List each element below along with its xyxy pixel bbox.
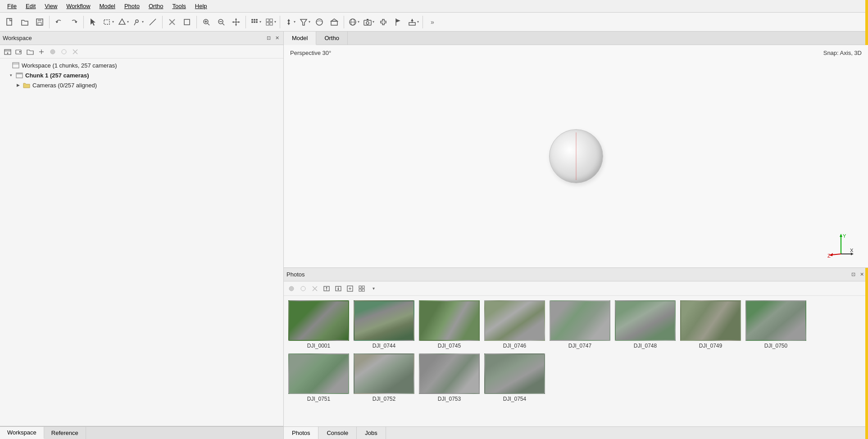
photo-item-dji0001[interactable]: DJI_0001 — [288, 300, 349, 349]
photo-item-dji0747[interactable]: DJI_0747 — [550, 300, 610, 349]
svg-marker-24 — [235, 24, 237, 26]
chunk-expander[interactable]: ▾ — [7, 72, 14, 79]
photo-item-dji0746[interactable]: DJI_0746 — [484, 300, 545, 349]
menu-photo[interactable]: Photo — [121, 2, 143, 10]
redo-button[interactable] — [67, 15, 81, 29]
workspace-tab[interactable]: Workspace — [0, 427, 44, 439]
tab-console[interactable]: Console — [318, 427, 357, 439]
undo-button[interactable] — [52, 15, 66, 29]
svg-point-32 — [256, 21, 258, 23]
crop-tool[interactable] — [180, 15, 194, 29]
points-button[interactable]: ▾ — [248, 15, 263, 29]
photo-item-dji0748[interactable]: DJI_0748 — [615, 300, 676, 349]
photo-item-dji0749[interactable]: DJI_0749 — [680, 300, 741, 349]
svg-rect-0 — [7, 18, 12, 25]
photo-item-dji0745[interactable]: DJI_0745 — [419, 300, 480, 349]
svg-line-19 — [223, 23, 224, 25]
svg-rect-91 — [359, 286, 361, 288]
menu-file[interactable]: File — [4, 2, 20, 10]
move-button[interactable]: ▾ — [282, 15, 297, 29]
delete-tool[interactable] — [165, 15, 179, 29]
root-label: Workspace (1 chunks, 257 cameras) — [22, 62, 117, 69]
cameras-expander[interactable]: ▶ — [14, 81, 22, 89]
menu-help[interactable]: Help — [191, 2, 211, 10]
photo-item-dji0753[interactable]: DJI_0753 — [419, 353, 480, 402]
reference-tab[interactable]: Reference — [44, 427, 86, 439]
open-button[interactable] — [18, 15, 32, 29]
rotate3d-button[interactable] — [312, 15, 327, 29]
export-button[interactable]: ▾ — [406, 15, 420, 29]
close-workspace-button[interactable]: ✕ — [273, 35, 281, 42]
svg-rect-92 — [362, 286, 364, 288]
workspace-panel: Workspace ⊡ ✕ — [0, 32, 283, 426]
mesh-button[interactable]: ▾ — [263, 15, 277, 29]
maximize-workspace-button[interactable]: ⊡ — [265, 35, 272, 42]
select-tool[interactable] — [86, 15, 100, 29]
more-button[interactable]: » — [425, 15, 440, 29]
maximize-photos-button[interactable]: ⊡ — [850, 271, 857, 278]
menu-view[interactable]: View — [41, 2, 61, 10]
photos-panel: Photos ⊡ ✕ — [284, 268, 868, 439]
photo-item-dji0754[interactable]: DJI_0754 — [484, 353, 545, 402]
add-folder-button[interactable] — [25, 47, 35, 57]
import-cameras-button[interactable] — [14, 47, 24, 57]
tab-model[interactable]: Model — [284, 32, 316, 45]
close-photos-button[interactable]: ✕ — [858, 271, 865, 278]
add-marker-button[interactable] — [36, 47, 46, 57]
locate-photo-btn[interactable] — [345, 284, 355, 294]
svg-point-61 — [50, 50, 55, 54]
svg-text:Y: Y — [843, 233, 846, 239]
camera-view-button[interactable]: ▾ — [361, 15, 376, 29]
menu-tools[interactable]: Tools — [168, 2, 189, 10]
new-button[interactable] — [3, 15, 17, 29]
tab-jobs[interactable]: Jobs — [357, 427, 386, 439]
export-photos-btn[interactable] — [333, 284, 343, 294]
main-layout: Workspace ⊡ ✕ — [0, 32, 868, 439]
photo-item-dji0744[interactable]: DJI_0744 — [354, 300, 414, 349]
pan-button[interactable] — [229, 15, 243, 29]
photo-disable-btn — [298, 284, 308, 294]
menu-bar: File Edit View Workflow Model Photo Orth… — [0, 0, 868, 13]
add-chunk-button[interactable] — [3, 47, 13, 57]
photo-display-btn[interactable] — [357, 284, 367, 294]
photo-item-dji0751[interactable]: DJI_0751 — [288, 353, 349, 402]
ruler-tool[interactable] — [145, 15, 160, 29]
filter-button[interactable]: ▾ — [297, 15, 312, 29]
crosshair-button[interactable] — [376, 15, 391, 29]
menu-ortho[interactable]: Ortho — [145, 2, 167, 10]
svg-marker-41 — [331, 19, 337, 21]
save-button[interactable] — [32, 15, 47, 29]
photo-item-dji0750[interactable]: DJI_0750 — [745, 300, 806, 349]
photo-remove-btn — [310, 284, 320, 294]
svg-rect-65 — [13, 63, 19, 68]
tab-ortho[interactable]: Ortho — [316, 32, 348, 45]
svg-text:Z: Z — [827, 253, 831, 258]
tab-photos[interactable]: Photos — [284, 427, 318, 439]
svg-point-78 — [289, 286, 294, 291]
svg-marker-50 — [396, 19, 400, 23]
flag-button[interactable] — [391, 15, 405, 29]
cameras-item[interactable]: ▶ Cameras (0/257 aligned) — [0, 80, 283, 90]
svg-marker-23 — [235, 18, 237, 20]
view3d-button[interactable] — [327, 15, 341, 29]
menu-workflow[interactable]: Workflow — [63, 2, 94, 10]
left-bottom-tabs: Workspace Reference — [0, 426, 283, 439]
import-photos-btn[interactable] — [322, 284, 332, 294]
svg-marker-25 — [232, 21, 234, 23]
photo-item-dji0752[interactable]: DJI_0752 — [354, 353, 414, 402]
select-rect-tool[interactable]: ▾ — [101, 15, 115, 29]
menu-edit[interactable]: Edit — [22, 2, 39, 10]
viewport-3d[interactable]: Perspective 30° Snap: Axis, 3D Y Z — [284, 45, 868, 268]
zoom-out-button[interactable] — [214, 15, 228, 29]
shape-tool[interactable]: ▾ — [116, 15, 130, 29]
photo-view-dropdown-btn[interactable]: ▾ — [368, 284, 378, 294]
chunk-item[interactable]: ▾ Chunk 1 (257 cameras) — [0, 70, 283, 80]
svg-marker-6 — [119, 19, 125, 24]
globe-button[interactable]: ▾ — [346, 15, 361, 29]
photo-label-dji0001: DJI_0001 — [307, 343, 330, 349]
tree-root-item[interactable]: Workspace (1 chunks, 257 cameras) — [0, 60, 283, 70]
svg-rect-36 — [270, 23, 273, 25]
zoom-in-button[interactable] — [199, 15, 214, 29]
menu-model[interactable]: Model — [96, 2, 119, 10]
marker-tool[interactable]: ▾ — [131, 15, 145, 29]
